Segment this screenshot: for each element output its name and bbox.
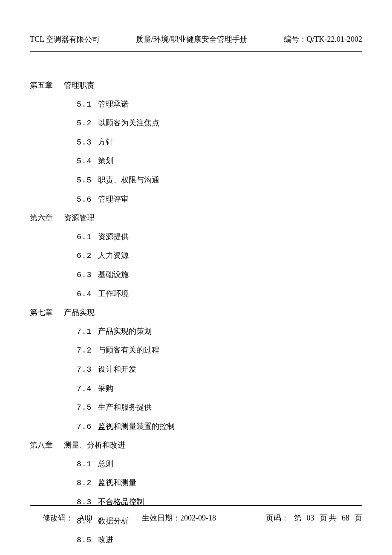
section-number: 8.3 (77, 494, 98, 511)
section-8-5: 8.5改进 (30, 532, 362, 549)
section-name: 监视和测量装置的控制 (98, 422, 175, 431)
chapter-number: 第五章 (30, 77, 64, 94)
page-total: 68 (342, 514, 349, 522)
chapter-title: 第七章产品实现 (30, 304, 362, 321)
section-name: 监视和测量 (98, 478, 136, 487)
section-name: 与顾客有关的过程 (98, 346, 159, 354)
section-name: 基础设施 (98, 270, 129, 279)
section-5-6: 5.6管理评审 (30, 191, 362, 208)
chapter-8: 第八章测量、分析和改进8.1总则8.2监视和测量8.3不合格品控制8.4数据分析… (30, 437, 362, 549)
section-5-4: 5.4策划 (30, 153, 362, 170)
mod-label: 修改码： (43, 514, 73, 522)
chapter-number: 第七章 (30, 304, 64, 321)
section-7-1: 7.1产品实现的策划 (30, 323, 362, 341)
section-number: 7.2 (77, 342, 98, 359)
section-name: 策划 (98, 156, 113, 165)
page-footer: 修改码： A00 生效日期：2002-09-18 页码：第03页 共68页 (43, 513, 362, 523)
chapter-title: 第八章测量、分析和改进 (30, 437, 362, 454)
section-number: 5.2 (77, 115, 98, 132)
section-7-4: 7.4采购 (30, 380, 362, 398)
toc-content: 第五章管理职责5.1管理承诺5.2以顾客为关注焦点5.3方针5.4策划5.5职责… (0, 52, 392, 549)
section-number: 6.2 (77, 248, 98, 265)
section-name: 生产和服务提供 (98, 403, 152, 411)
section-name: 工作环境 (98, 289, 129, 298)
document-title: 质量/环境/职业健康安全管理手册 (136, 34, 248, 44)
section-7-5: 7.5生产和服务提供 (30, 399, 362, 416)
code-value: Q/TK-22.01-2002 (307, 35, 362, 43)
section-8-1: 8.1总则 (30, 456, 362, 473)
chapter-name: 测量、分析和改进 (64, 441, 125, 449)
section-5-3: 5.3方针 (30, 134, 362, 151)
section-name: 改进 (98, 535, 113, 544)
section-5-2: 5.2以顾客为关注焦点 (30, 115, 362, 132)
section-number: 5.6 (77, 191, 98, 208)
mod-value: A00 (79, 514, 92, 522)
section-number: 8.1 (77, 456, 98, 473)
section-5-5: 5.5职责、权限与沟通 (30, 172, 362, 189)
page-suffix: 页 (355, 514, 362, 522)
page-header: TCL 空调器有限公司 质量/环境/职业健康安全管理手册 编号：Q/TK-22.… (0, 0, 392, 49)
section-7-2: 7.2与顾客有关的过程 (30, 342, 362, 359)
section-number: 7.5 (77, 399, 98, 416)
section-name: 采购 (98, 384, 113, 393)
chapter-name: 资源管理 (64, 214, 95, 222)
modification-code: 修改码： A00 (43, 513, 92, 523)
chapter-number: 第八章 (30, 437, 64, 454)
page-prefix: 第 (294, 514, 302, 522)
page-label: 页码： (266, 514, 289, 522)
document-code: 编号：Q/TK-22.01-2002 (284, 34, 362, 44)
section-8-2: 8.2监视和测量 (30, 474, 362, 492)
section-number: 7.3 (77, 361, 98, 379)
section-name: 管理承诺 (98, 100, 129, 108)
page-current: 03 (307, 514, 314, 522)
effective-date: 生效日期：2002-09-18 (142, 513, 216, 523)
section-7-6: 7.6监视和测量装置的控制 (30, 418, 362, 436)
section-6-1: 6.1资源提供 (30, 228, 362, 246)
chapter-7: 第七章产品实现7.1产品实现的策划7.2与顾客有关的过程7.3设计和开发7.4采… (30, 304, 362, 435)
section-name: 产品实现的策划 (98, 327, 152, 335)
section-number: 6.1 (77, 229, 98, 246)
footer-divider (30, 505, 362, 506)
section-number: 7.6 (77, 419, 98, 436)
section-6-3: 6.3基础设施 (30, 266, 362, 284)
section-5-1: 5.1管理承诺 (30, 96, 362, 113)
section-number: 5.5 (77, 172, 98, 189)
company-name: TCL 空调器有限公司 (30, 34, 100, 44)
chapter-title: 第六章资源管理 (30, 210, 362, 227)
chapter-5: 第五章管理职责5.1管理承诺5.2以顾客为关注焦点5.3方针5.4策划5.5职责… (30, 77, 362, 208)
section-number: 8.5 (77, 532, 98, 549)
section-name: 方针 (98, 138, 113, 146)
page-number: 页码：第03页 共68页 (266, 513, 363, 523)
section-number: 8.2 (77, 475, 98, 492)
section-number: 5.1 (77, 96, 98, 113)
section-name: 资源提供 (98, 232, 129, 241)
section-number: 6.3 (77, 267, 98, 284)
section-8-3: 8.3不合格品控制 (30, 494, 362, 511)
section-6-2: 6.2人力资源 (30, 247, 362, 265)
chapter-number: 第六章 (30, 210, 64, 227)
section-number: 7.1 (77, 324, 98, 341)
page-mid: 页 共 (320, 514, 337, 522)
section-number: 7.4 (77, 381, 98, 398)
section-6-4: 6.4工作环境 (30, 286, 362, 303)
chapter-title: 第五章管理职责 (30, 77, 362, 94)
code-label: 编号： (284, 35, 307, 43)
section-number: 5.4 (77, 153, 98, 170)
section-number: 5.3 (77, 134, 98, 151)
date-value: 2002-09-18 (180, 514, 216, 522)
section-name: 管理评审 (98, 195, 129, 203)
date-label: 生效日期： (142, 514, 180, 522)
section-name: 人力资源 (98, 251, 129, 260)
section-name: 设计和开发 (98, 365, 136, 373)
section-number: 6.4 (77, 286, 98, 303)
chapter-name: 管理职责 (64, 81, 95, 90)
section-name: 总则 (98, 460, 113, 468)
section-7-3: 7.3设计和开发 (30, 361, 362, 379)
section-name: 职责、权限与沟通 (98, 176, 159, 184)
section-name: 以顾客为关注焦点 (98, 119, 159, 127)
chapter-6: 第六章资源管理6.1资源提供6.2人力资源6.3基础设施6.4工作环境 (30, 210, 362, 303)
chapter-name: 产品实现 (64, 308, 95, 317)
